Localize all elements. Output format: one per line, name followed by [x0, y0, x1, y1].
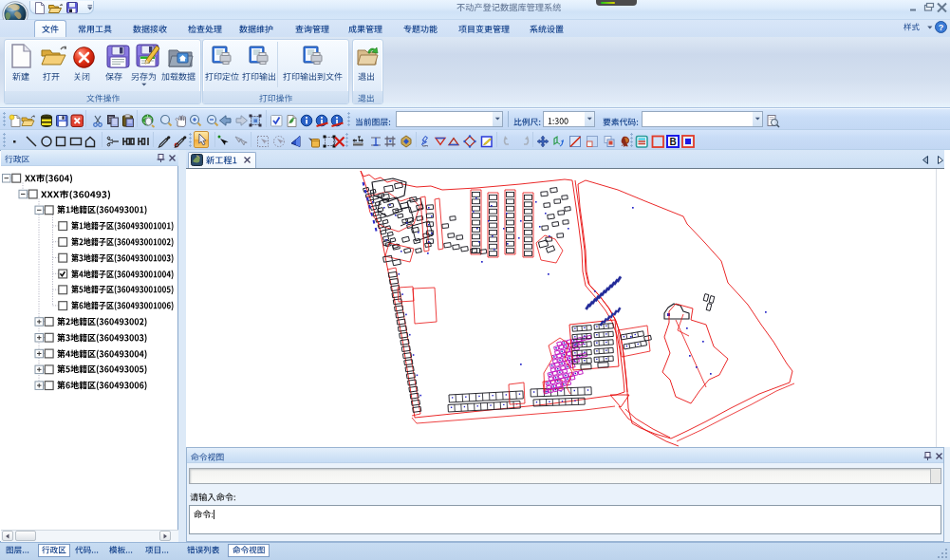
svg-text:B: B — [669, 137, 676, 147]
svg-text:?: ? — [939, 23, 944, 32]
